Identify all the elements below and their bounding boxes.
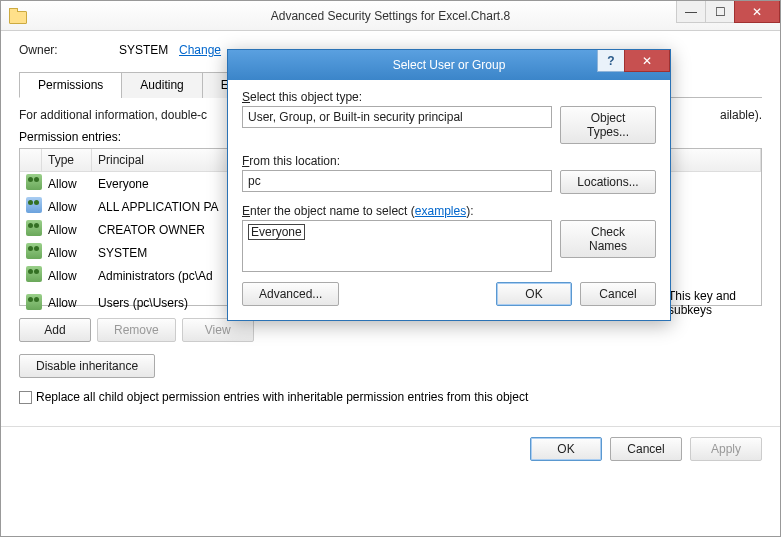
cell-type: Allow — [46, 268, 96, 284]
cell-type: Allow — [46, 245, 96, 261]
check-names-button[interactable]: Check Names — [560, 220, 656, 258]
cell-type: Allow — [46, 295, 96, 311]
disable-inheritance-button[interactable]: Disable inheritance — [19, 354, 155, 378]
minimize-button[interactable]: — — [676, 1, 706, 23]
entry-buttons: Add Remove View — [19, 318, 762, 342]
cell-applies: This key and subkeys — [666, 288, 757, 318]
change-owner-link[interactable]: Change — [179, 43, 221, 57]
th-icon[interactable] — [20, 149, 42, 171]
user-group-icon — [26, 294, 42, 310]
main-window-title: Advanced Security Settings for Excel.Cha… — [271, 9, 510, 23]
dialog-ok-button[interactable]: OK — [496, 282, 572, 306]
location-field[interactable]: pc — [242, 170, 552, 192]
replace-row: Replace all child object permission entr… — [19, 390, 762, 404]
maximize-button[interactable]: ☐ — [705, 1, 735, 23]
examples-link[interactable]: examples — [415, 204, 466, 218]
tab-permissions[interactable]: Permissions — [19, 72, 122, 98]
close-button[interactable]: ✕ — [734, 1, 780, 23]
user-group-icon — [26, 220, 42, 236]
apply-button[interactable]: Apply — [690, 437, 762, 461]
dialog-cancel-button[interactable]: Cancel — [580, 282, 656, 306]
replace-checkbox[interactable] — [19, 391, 32, 404]
view-button[interactable]: View — [182, 318, 254, 342]
cancel-button[interactable]: Cancel — [610, 437, 682, 461]
cell-type: Allow — [46, 199, 96, 215]
locations-button[interactable]: Locations... — [560, 170, 656, 194]
object-name-label: Enter the object name to select (example… — [242, 204, 656, 218]
inheritance-row: Disable inheritance — [19, 354, 762, 378]
main-window-controls: — ☐ ✕ — [677, 1, 780, 23]
package-icon — [26, 197, 42, 213]
dialog-title: Select User or Group — [393, 58, 506, 72]
dialog-titlebar: Select User or Group ? ✕ — [228, 50, 670, 80]
info-text-left: For additional information, double-c — [19, 108, 207, 122]
ok-button[interactable]: OK — [530, 437, 602, 461]
cell-type: Allow — [46, 222, 96, 238]
object-types-button[interactable]: Object Types... — [560, 106, 656, 144]
object-name-value: Everyone — [248, 224, 305, 240]
cell-type: Allow — [46, 176, 96, 192]
main-footer: OK Cancel Apply — [1, 426, 780, 471]
dialog-body: SSelect this object type:elect this obje… — [228, 80, 670, 320]
user-group-icon — [26, 174, 42, 190]
owner-label: Owner: — [19, 43, 119, 57]
folder-icon — [9, 8, 25, 22]
help-button[interactable]: ? — [597, 50, 625, 72]
user-group-icon — [26, 243, 42, 259]
select-user-dialog: Select User or Group ? ✕ SSelect this ob… — [227, 49, 671, 321]
user-group-icon — [26, 266, 42, 282]
main-titlebar: Advanced Security Settings for Excel.Cha… — [1, 1, 780, 31]
owner-value: SYSTEM — [119, 43, 179, 57]
tab-auditing[interactable]: Auditing — [121, 72, 202, 98]
object-type-field[interactable]: User, Group, or Built-in security princi… — [242, 106, 552, 128]
remove-button[interactable]: Remove — [97, 318, 176, 342]
replace-label: Replace all child object permission entr… — [36, 390, 528, 404]
location-label: From this location: — [242, 154, 656, 168]
info-text-right: ailable). — [720, 108, 762, 122]
dialog-close-button[interactable]: ✕ — [624, 50, 670, 72]
dialog-footer: Advanced... OK Cancel — [242, 282, 656, 306]
add-button[interactable]: Add — [19, 318, 91, 342]
object-name-field[interactable]: Everyone — [242, 220, 552, 272]
th-type[interactable]: Type — [42, 149, 92, 171]
object-type-label: SSelect this object type:elect this obje… — [242, 90, 656, 104]
advanced-button[interactable]: Advanced... — [242, 282, 339, 306]
